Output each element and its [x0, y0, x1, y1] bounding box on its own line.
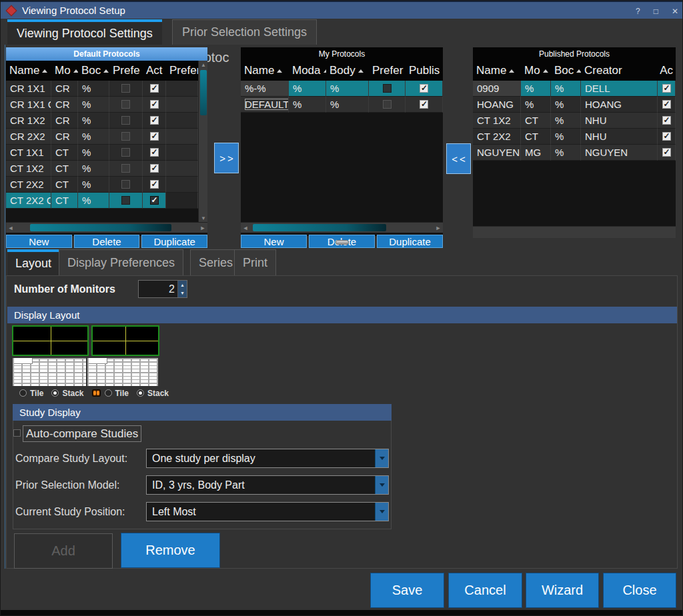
study-display-header: Study Display	[13, 404, 392, 421]
save-button[interactable]: Save	[370, 573, 444, 608]
scroll-right-icon: ►	[198, 223, 207, 233]
active-checkbox[interactable]	[150, 116, 159, 125]
prefer-checkbox[interactable]	[121, 196, 130, 205]
table-row[interactable]: CT 1X2CT%	[6, 161, 198, 177]
scrollbar-thumb	[200, 70, 207, 115]
current-study-position-select[interactable]: Left Most	[146, 502, 389, 521]
monitor-2-preview[interactable]	[91, 325, 159, 356]
table-row[interactable]: CR 1X2CR%	[6, 113, 198, 129]
table-row[interactable]: %-%%%	[241, 81, 443, 97]
auto-compare-checkbox[interactable]	[13, 429, 21, 437]
dropdown-button[interactable]	[375, 449, 388, 467]
tab-prior-selection-settings[interactable]: Prior Selection Settings	[172, 19, 317, 45]
active-checkbox[interactable]	[150, 164, 159, 173]
publish-checkbox[interactable]	[420, 100, 428, 109]
prefer-checkbox[interactable]	[121, 164, 130, 173]
table-row[interactable]: CT 2X2CT%NHU	[473, 129, 676, 145]
tile-radio-1[interactable]	[19, 389, 27, 397]
active-checkbox[interactable]	[150, 84, 159, 93]
prefer-checkbox[interactable]	[383, 100, 392, 109]
remove-button[interactable]: Remove	[121, 533, 220, 568]
sort-asc-icon	[73, 69, 78, 73]
published-protocols-header[interactable]: Name Mo Boc Creator Ac	[473, 61, 676, 81]
table-row[interactable]: CR 2X2CR%	[6, 129, 198, 145]
prefer-checkbox[interactable]	[121, 148, 130, 157]
sort-asc-icon	[103, 69, 109, 73]
tile-radio-2[interactable]	[105, 389, 112, 397]
sort-asc-icon	[358, 69, 364, 73]
prefer-checkbox[interactable]	[121, 84, 130, 93]
horizontal-scrollbar[interactable]: ◄ ►	[241, 222, 443, 233]
add-button[interactable]: Add	[14, 533, 113, 569]
chevron-down-icon	[380, 483, 385, 487]
dropdown-button[interactable]	[375, 503, 388, 521]
table-row[interactable]: HOANG%%HOANG	[473, 97, 676, 113]
active-checkbox[interactable]	[150, 180, 159, 189]
number-of-monitors-stepper[interactable]: 2 ▲ ▼	[138, 280, 187, 298]
prefer-checkbox[interactable]	[121, 116, 130, 125]
wizard-button[interactable]: Wizard	[526, 573, 599, 608]
new-button[interactable]: New	[241, 235, 307, 248]
table-row[interactable]: NGUYENMMG%NGUYEN	[473, 145, 676, 161]
prefer-checkbox[interactable]	[121, 100, 130, 109]
tab-display-preferences[interactable]: Display Preferences	[59, 249, 183, 275]
delete-button[interactable]: Delete	[74, 235, 140, 248]
active-checkbox[interactable]	[662, 116, 671, 125]
prefer-checkbox[interactable]	[121, 132, 130, 141]
scroll-up-icon: ▲	[199, 61, 208, 69]
prefer-checkbox[interactable]	[383, 84, 392, 93]
active-checkbox[interactable]	[662, 84, 671, 93]
active-checkbox[interactable]	[150, 196, 159, 205]
move-left-button[interactable]: <<	[446, 143, 471, 174]
active-checkbox[interactable]	[150, 132, 159, 141]
default-protocols-header[interactable]: Name Mo Boc Prefe Act Prefer	[6, 61, 198, 81]
duplicate-button[interactable]: Duplicate	[377, 235, 443, 248]
window-title: Viewing Protocol Setup	[22, 5, 125, 16]
table-row[interactable]: CR 1X1CR%	[6, 81, 198, 97]
active-checkbox[interactable]	[150, 100, 159, 109]
dropdown-button[interactable]	[375, 476, 388, 494]
tab-print[interactable]: Print	[234, 249, 276, 275]
monitor-1-grid-preview[interactable]	[13, 358, 86, 386]
stack-radio-2[interactable]	[137, 389, 144, 397]
table-row[interactable]: CT 2X2 COCT%	[6, 193, 198, 209]
sort-asc-icon	[277, 69, 282, 73]
monitor-2-grid-preview[interactable]	[87, 358, 158, 386]
my-protocols-header[interactable]: Name Moda Body Prefer Publis	[241, 61, 443, 81]
spin-up-icon[interactable]: ▲	[178, 281, 187, 289]
tab-viewing-protocol-settings[interactable]: Viewing Protocol Settings	[7, 19, 162, 45]
active-checkbox[interactable]	[150, 148, 159, 157]
table-row[interactable]: 0909%%DELL	[473, 81, 676, 97]
spin-down-icon[interactable]: ▼	[178, 289, 187, 298]
tab-layout[interactable]: Layout	[7, 249, 59, 275]
vertical-scrollbar[interactable]: ▲ ▼	[198, 61, 207, 222]
active-checkbox[interactable]	[662, 148, 671, 157]
sort-asc-icon	[576, 69, 581, 73]
horizontal-scrollbar[interactable]: ◄ ►	[6, 222, 207, 233]
publish-checkbox[interactable]	[420, 84, 428, 93]
compare-study-layout-select[interactable]: One study per display	[146, 449, 389, 468]
prior-selection-model-select[interactable]: ID, 3 yrs, Body Part	[146, 475, 389, 495]
active-checkbox[interactable]	[662, 100, 671, 109]
table-row[interactable]: DEFAULT2%%	[241, 97, 443, 113]
splitter-handle[interactable]	[335, 240, 349, 245]
restore-icon[interactable]: □	[654, 7, 658, 16]
prefer-checkbox[interactable]	[121, 180, 130, 189]
table-row[interactable]: CT 1X2CT%NHU	[473, 113, 676, 129]
cancel-button[interactable]: Cancel	[448, 573, 522, 608]
stack-label-2: Stack	[147, 389, 169, 398]
new-button[interactable]: New	[6, 235, 72, 248]
stack-radio-1[interactable]	[51, 389, 59, 397]
move-right-button[interactable]: >>	[214, 143, 239, 173]
close-button[interactable]: Close	[603, 573, 676, 608]
table-row[interactable]: CT 2X2CT%	[6, 177, 198, 193]
auto-compare-label[interactable]: Auto-compare Studies	[23, 425, 141, 442]
help-icon[interactable]: ?	[636, 7, 640, 16]
table-row[interactable]: CT 1X1CT%	[6, 145, 198, 161]
active-checkbox[interactable]	[662, 132, 671, 141]
monitor-1-preview[interactable]	[12, 325, 89, 356]
table-row[interactable]: CR 1X1 COCR%	[6, 97, 198, 113]
duplicate-button[interactable]: Duplicate	[141, 235, 207, 248]
sort-asc-icon	[42, 69, 47, 73]
close-icon[interactable]: ✕	[672, 7, 678, 16]
